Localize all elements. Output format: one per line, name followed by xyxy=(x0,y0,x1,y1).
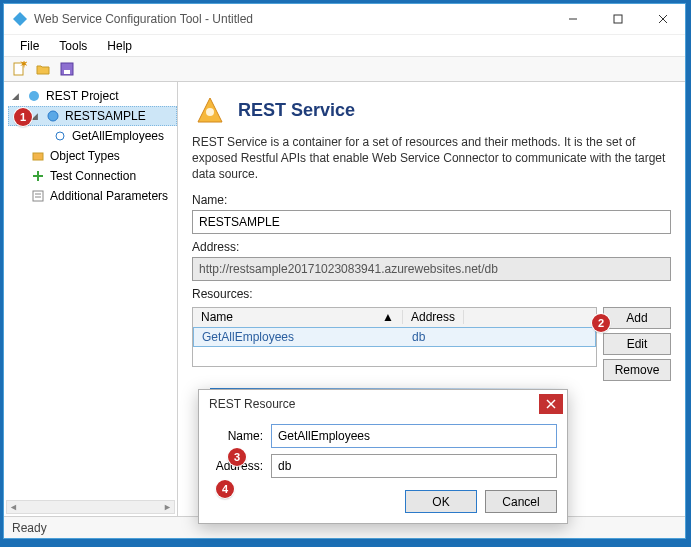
callout-1: 1 xyxy=(14,108,32,126)
callout-2: 2 xyxy=(592,314,610,332)
name-label: Name: xyxy=(192,193,671,207)
tree-test-connection[interactable]: Test Connection xyxy=(8,166,177,186)
window-buttons xyxy=(550,4,685,34)
col-header-name[interactable]: Name ▲ xyxy=(193,310,403,324)
grid-header: Name ▲ Address xyxy=(193,308,596,328)
project-icon xyxy=(26,88,42,104)
tree-additional-parameters[interactable]: Additional Parameters xyxy=(8,186,177,206)
tree-object-types[interactable]: Object Types xyxy=(8,146,177,166)
panel-heading: REST Service xyxy=(238,100,355,121)
app-icon xyxy=(12,11,28,27)
service-name-input[interactable] xyxy=(192,210,671,234)
svg-rect-13 xyxy=(33,191,43,201)
edit-button[interactable]: Edit xyxy=(603,333,671,355)
dialog-address-row: Address: xyxy=(209,454,557,478)
menu-bar: File Tools Help xyxy=(4,34,685,56)
service-icon xyxy=(45,108,61,124)
svg-text:✶: ✶ xyxy=(19,61,27,71)
sort-asc-icon: ▲ xyxy=(382,310,394,324)
dialog-close-button[interactable] xyxy=(539,394,563,414)
save-icon[interactable] xyxy=(58,60,76,78)
resources-label: Resources: xyxy=(192,287,671,301)
dialog-name-row: Name: xyxy=(209,424,557,448)
tree-root[interactable]: ◢ REST Project xyxy=(8,86,177,106)
new-file-icon[interactable]: ✶ xyxy=(10,60,28,78)
service-address-input[interactable] xyxy=(192,257,671,281)
svg-point-11 xyxy=(56,132,64,140)
grid-row[interactable]: GetAllEmployees db xyxy=(193,327,596,347)
add-button[interactable]: Add xyxy=(603,307,671,329)
dialog-button-row: OK Cancel xyxy=(199,484,567,523)
dialog-title-bar: REST Resource xyxy=(199,390,567,418)
additional-parameters-icon xyxy=(30,188,46,204)
resource-buttons: Add Edit Remove xyxy=(603,307,671,381)
close-button[interactable] xyxy=(640,4,685,34)
status-text: Ready xyxy=(12,521,47,535)
window-title: Web Service Configuration Tool - Untitle… xyxy=(34,12,550,26)
cell-address: db xyxy=(404,330,433,344)
remove-button[interactable]: Remove xyxy=(603,359,671,381)
open-folder-icon[interactable] xyxy=(34,60,52,78)
rest-service-icon xyxy=(192,92,228,128)
dialog-name-input[interactable] xyxy=(271,424,557,448)
tree-service[interactable]: ◢ RESTSAMPLE xyxy=(8,106,177,126)
svg-point-9 xyxy=(29,91,39,101)
col-header-address[interactable]: Address xyxy=(403,310,464,324)
svg-point-10 xyxy=(48,111,58,121)
title-bar: Web Service Configuration Tool - Untitle… xyxy=(4,4,685,34)
cell-name: GetAllEmployees xyxy=(194,330,404,344)
tree-additional-parameters-label: Additional Parameters xyxy=(50,189,168,203)
cancel-button[interactable]: Cancel xyxy=(485,490,557,513)
dialog-address-input[interactable] xyxy=(271,454,557,478)
ok-button[interactable]: OK xyxy=(405,490,477,513)
svg-rect-8 xyxy=(64,70,70,74)
tool-bar: ✶ xyxy=(4,56,685,82)
operation-icon xyxy=(52,128,68,144)
expander-icon[interactable]: ◢ xyxy=(31,111,41,121)
tree-object-types-label: Object Types xyxy=(50,149,120,163)
tree-root-label: REST Project xyxy=(46,89,118,103)
panel-header: REST Service xyxy=(192,92,671,128)
svg-marker-0 xyxy=(13,12,27,26)
tree-test-connection-label: Test Connection xyxy=(50,169,136,183)
resources-grid[interactable]: Name ▲ Address GetAllEmployees db xyxy=(192,307,597,367)
dialog-name-label: Name: xyxy=(209,429,263,443)
menu-help[interactable]: Help xyxy=(99,37,140,55)
expander-icon[interactable]: ◢ xyxy=(12,91,22,101)
maximize-button[interactable] xyxy=(595,4,640,34)
rest-resource-dialog: REST Resource Name: Address: OK Cancel xyxy=(198,389,568,524)
callout-3: 3 xyxy=(228,448,246,466)
tree-service-label: RESTSAMPLE xyxy=(65,109,146,123)
test-connection-icon xyxy=(30,168,46,184)
object-types-icon xyxy=(30,148,46,164)
svg-rect-2 xyxy=(614,15,622,23)
tree-operation-label: GetAllEmployees xyxy=(72,129,164,143)
tree-horizontal-scrollbar[interactable]: ◄► xyxy=(6,500,175,514)
panel-description: REST Service is a container for a set of… xyxy=(192,134,671,183)
svg-point-17 xyxy=(206,108,214,116)
minimize-button[interactable] xyxy=(550,4,595,34)
project-tree[interactable]: ◢ REST Project ◢ RESTSAMPLE GetAllEmploy… xyxy=(4,82,178,516)
address-label: Address: xyxy=(192,240,671,254)
svg-rect-12 xyxy=(33,153,43,160)
tree-operation[interactable]: GetAllEmployees xyxy=(8,126,177,146)
callout-4: 4 xyxy=(216,480,234,498)
dialog-title: REST Resource xyxy=(209,397,539,411)
menu-file[interactable]: File xyxy=(12,37,47,55)
menu-tools[interactable]: Tools xyxy=(51,37,95,55)
